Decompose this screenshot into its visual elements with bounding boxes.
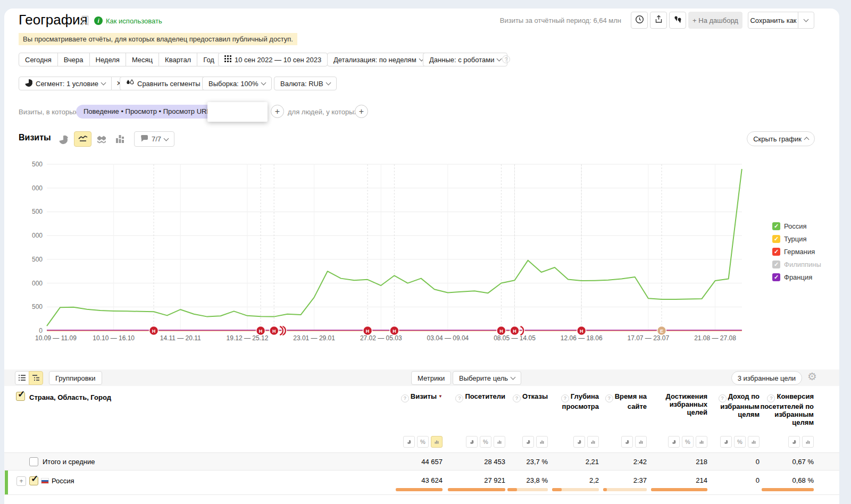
metrics-button[interactable]: Метрики [411,371,451,385]
metric-icon-pie[interactable] [466,436,478,448]
metric-icon-bar[interactable] [494,436,505,448]
annotation-marker[interactable]: Н [149,326,158,335]
metric-icon-bar[interactable] [696,436,707,448]
svg-text:3 000: 3 000 [32,184,43,192]
period-tab-Неделя[interactable]: Неделя [89,53,126,66]
legend-label: Россия [784,222,807,230]
visits-chart[interactable]: 05001 0001 5002 0002 5003 0003 50010.09 … [32,159,755,347]
expand-button[interactable]: + [16,476,26,486]
pie-icon [25,79,32,88]
metric-icon-pie[interactable] [522,436,534,448]
chevron-down-icon [101,80,106,86]
bar-chart-icon[interactable] [115,135,124,146]
segment-group: Сегмент: 1 условие × [19,77,127,90]
metric-icon-pct[interactable]: % [480,436,491,448]
add-visit-condition-button[interactable]: + [271,105,284,118]
line-chart-view-button[interactable] [74,131,91,147]
table-row-Россия[interactable]: +Россия43 62427 92123,8 %2,22:3721400,68… [4,470,839,494]
save-as-button[interactable]: Сохранить как [748,12,799,29]
tree-view-button[interactable] [29,371,43,385]
annotation-marker[interactable]: Н [390,326,399,335]
metric-icon-bar[interactable] [587,436,599,448]
favorite-goals-button[interactable]: 3 избранные цели [731,371,802,385]
annotations-dropdown[interactable]: 7/7 [134,131,174,147]
column-header-Отказы[interactable]: ?Отказы [505,392,548,402]
sample-dropdown[interactable]: Выборка: 100% [202,77,272,90]
annotations-count: 7/7 [152,135,161,143]
bookmark-icon[interactable] [81,15,89,28]
annotation-marker[interactable]: Н [363,326,372,335]
annotation-marker[interactable]: Н [510,326,519,335]
annotation-marker[interactable]: Н [270,326,279,335]
comments-button[interactable] [669,12,686,29]
compare-segments-dropdown[interactable]: Сравнить сегменты [120,77,214,90]
legend-item-Филиппины[interactable]: ✓Филиппины [772,261,821,268]
gear-icon[interactable]: ⚙ [807,370,817,383]
column-header-Время на сайте[interactable]: ?Время на сайте [601,392,647,410]
column-header-Визиты[interactable]: ?Визиты▼ [394,392,443,402]
legend-item-Германия[interactable]: ✓Германия [772,248,815,256]
metric-icon-pie[interactable] [403,436,415,448]
legend-checkbox[interactable]: ✓ [772,273,780,281]
svg-text:2 000: 2 000 [32,232,43,239]
metric-icon-pct[interactable]: % [734,436,746,448]
metric-icon-pct[interactable]: % [417,436,429,448]
metric-icon-bar[interactable] [802,436,814,448]
how-to-use-link[interactable]: Как использовать [106,17,162,25]
groupings-button[interactable]: Группировки [49,371,102,385]
column-header-Доход по избранным целям[interactable]: ?Доход по избранным целям [708,392,760,418]
annotation-marker[interactable]: Н [256,326,265,335]
row-checkbox[interactable] [29,476,38,485]
legend-checkbox[interactable]: ✓ [772,248,780,256]
legend-checkbox[interactable]: ✓ [772,261,780,268]
pie-chart-icon[interactable] [59,135,68,147]
row-checkbox[interactable] [29,457,38,466]
period-tab-Квартал[interactable]: Квартал [158,53,197,66]
list-view-button[interactable] [15,371,29,385]
legend-item-Турция[interactable]: ✓Турция [772,235,807,243]
help-icon[interactable]: ? [502,55,510,63]
segment-dropdown[interactable]: Сегмент: 1 условие [19,77,112,90]
metric-icon-bar[interactable] [536,436,548,448]
period-tab-Месяц[interactable]: Месяц [126,53,159,66]
legend-label: Филиппины [784,261,821,268]
annotation-marker[interactable]: Н [497,326,506,335]
metric-icon-bar-selected[interactable] [431,436,443,448]
column-header-Глубина просмотра[interactable]: ?Глубина просмотра [550,392,599,410]
add-people-condition-button[interactable]: + [355,105,368,118]
export-button[interactable] [650,12,667,29]
legend-item-Франция[interactable]: ✓Франция [772,273,812,281]
legend-checkbox[interactable]: ✓ [772,222,780,230]
column-header-Посетители[interactable]: ?Посетители [446,392,505,402]
detalization-dropdown[interactable]: Детализация: по неделям [327,53,430,66]
metric-icon-pie[interactable] [720,436,732,448]
cell-value: 43 624 [394,476,443,484]
annotation-marker[interactable]: Н [577,326,586,335]
hide-chart-button[interactable]: Скрыть график [747,131,815,146]
legend-checkbox[interactable]: ✓ [772,235,780,243]
legend-item-Россия[interactable]: ✓Россия [772,222,807,230]
stacked-chart-icon[interactable] [97,135,106,146]
period-tab-Сегодня[interactable]: Сегодня [19,53,58,66]
dimension-checkbox[interactable] [16,392,25,401]
choose-goal-dropdown[interactable]: Выберите цель [453,371,521,385]
period-tab-Вчера[interactable]: Вчера [57,53,90,66]
metric-icon-pie[interactable] [788,436,800,448]
date-range-button[interactable]: 10 сен 2022 — 10 сен 2023 [218,53,328,66]
metric-icon-pie[interactable] [573,436,585,448]
metric-icon-bar[interactable] [748,436,760,448]
column-header-Конверсия посетителей по избранным целям[interactable]: ?Конверсия посетителей по избранным целя… [760,392,814,426]
annotation-marker[interactable]: Е [657,326,666,335]
metric-icon-pie[interactable] [668,436,680,448]
currency-dropdown[interactable]: Валюта: RUB [274,77,337,90]
table-row-Итого и средние[interactable]: Итого и средние44 65728 45323,7 %2,212:4… [4,452,839,470]
column-header-Достижения избранных целей[interactable]: Достижения избранных целей [649,392,707,416]
period-tab-Год[interactable]: Год [197,53,221,66]
history-clock-button[interactable] [631,12,648,29]
metric-icon-bar[interactable] [635,436,647,448]
add-to-dashboard-button[interactable]: + На дашборд [688,12,742,29]
metric-icon-pct[interactable]: % [682,436,694,448]
data-mode-dropdown[interactable]: Данные: с роботами [423,53,507,66]
save-as-dropdown-button[interactable] [798,12,814,29]
metric-icon-pie[interactable] [621,436,633,448]
